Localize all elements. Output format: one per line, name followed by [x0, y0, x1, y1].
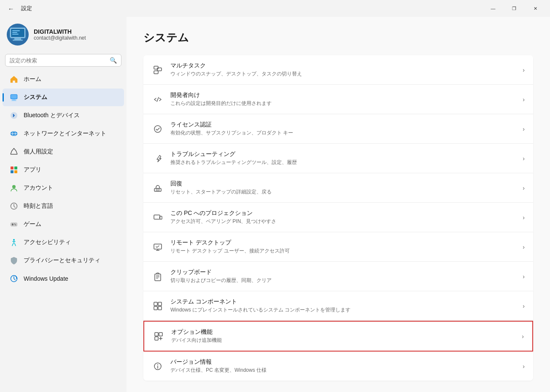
- accounts-icon: [9, 183, 19, 193]
- settings-item-components[interactable]: システム コンポーネント Windows にプレインストールされているシステム …: [143, 291, 533, 321]
- sidebar-item-home[interactable]: ホーム: [3, 70, 124, 88]
- search-input[interactable]: [10, 57, 107, 64]
- sidebar-item-bluetooth[interactable]: Bluetooth とデバイス: [3, 107, 124, 124]
- sidebar-item-gaming[interactable]: ゲーム: [3, 215, 124, 233]
- svg-rect-31: [154, 71, 158, 74]
- settings-item-remote[interactable]: リモート デスクトップ リモート デスクトップ ユーザー、接続アクセス許可 ›: [143, 232, 533, 262]
- sidebar-item-personalization-label: 個人用設定: [24, 148, 53, 156]
- profile[interactable]: DIGITALWITH contact@digitalwith.net: [0, 19, 127, 52]
- sidebar-item-bluetooth-label: Bluetooth とデバイス: [24, 112, 80, 119]
- remote-icon: [152, 241, 164, 253]
- sidebar-item-network[interactable]: ネットワークとインターネット: [3, 125, 124, 142]
- close-button[interactable]: ✕: [526, 2, 545, 15]
- sidebar: DIGITALWITH contact@digitalwith.net 🔍 ホー…: [0, 17, 127, 392]
- settings-item-license-desc: 有効化の状態、サブスクリプション、プロダクト キー: [170, 129, 516, 137]
- clipboard-icon: [152, 271, 164, 282]
- settings-item-developer[interactable]: 開発者向け これらの設定は開発目的だけに使用されます ›: [143, 85, 533, 114]
- settings-item-version[interactable]: バージョン情報 デバイス仕様、PC 名変更、Windows 仕様 ›: [143, 352, 533, 381]
- settings-item-troubleshoot-text: トラブルシューティング 推奨されるトラブルシューティングツール、設定、履歴: [170, 150, 516, 166]
- settings-item-projection-title: この PC へのプロジェクション: [170, 209, 516, 217]
- svg-rect-6: [12, 34, 19, 35]
- troubleshoot-icon: [152, 153, 164, 164]
- chevron-icon: ›: [523, 185, 525, 191]
- projection-icon: [152, 212, 164, 223]
- settings-item-projection[interactable]: この PC へのプロジェクション アクセス許可、ペアリング PIN、見つけやすさ…: [143, 203, 533, 232]
- settings-list: マルチタスク ウィンドウのスナップ、デスクトップ、タスクの切り替え › 開発者向…: [143, 55, 533, 381]
- back-button[interactable]: ←: [5, 3, 17, 14]
- app-body: DIGITALWITH contact@digitalwith.net 🔍 ホー…: [0, 17, 550, 392]
- svg-rect-51: [159, 333, 162, 336]
- time-icon: [9, 201, 19, 211]
- components-icon: [152, 300, 164, 312]
- chevron-icon: ›: [523, 244, 525, 250]
- search-box[interactable]: 🔍: [5, 54, 121, 67]
- sidebar-item-apps[interactable]: アプリ: [3, 161, 124, 179]
- sidebar-item-apps-label: アプリ: [24, 166, 41, 174]
- svg-rect-50: [155, 333, 158, 336]
- settings-item-optional[interactable]: オプション機能 デバイス向け追加機能 ›: [143, 321, 533, 352]
- sidebar-item-accounts[interactable]: アカウント: [3, 179, 124, 197]
- svg-rect-36: [154, 215, 160, 219]
- apps-icon: [9, 165, 19, 175]
- settings-item-developer-text: 開発者向け これらの設定は開発目的だけに使用されます: [170, 91, 516, 107]
- profile-name: DIGITALWITH: [34, 28, 86, 35]
- chevron-icon: ›: [523, 214, 525, 221]
- sidebar-item-privacy[interactable]: プライバシーとセキュリティ: [3, 252, 124, 269]
- sidebar-item-accessibility-label: アクセシビリティ: [24, 239, 71, 246]
- accessibility-icon: [9, 238, 19, 247]
- svg-rect-42: [155, 274, 161, 281]
- recovery-icon: [152, 182, 164, 194]
- network-icon: [9, 129, 19, 138]
- settings-item-license[interactable]: ライセンス認証 有効化の状態、サブスクリプション、プロダクト キー ›: [143, 114, 533, 144]
- sidebar-item-accounts-label: アカウント: [24, 184, 53, 192]
- settings-item-multitask-title: マルチタスク: [170, 62, 516, 70]
- titlebar: ← 設定 — ❐ ✕: [0, 0, 550, 17]
- settings-item-troubleshoot-title: トラブルシューティング: [170, 150, 516, 158]
- svg-rect-2: [13, 40, 23, 41]
- sidebar-item-update[interactable]: Windows Update: [3, 270, 124, 287]
- settings-item-recovery-text: 回復 リセット、スタートアップの詳細設定、戻る: [170, 180, 516, 196]
- settings-item-license-title: ライセンス認証: [170, 121, 516, 129]
- svg-rect-15: [11, 166, 13, 169]
- maximize-button[interactable]: ❐: [504, 2, 524, 15]
- minimize-button[interactable]: —: [483, 2, 503, 15]
- home-icon: [9, 75, 19, 84]
- sidebar-item-time[interactable]: 時刻と言語: [3, 197, 124, 215]
- svg-line-32: [157, 97, 159, 102]
- chevron-icon: ›: [523, 273, 525, 280]
- svg-rect-35: [156, 189, 159, 191]
- sidebar-item-system[interactable]: システム: [3, 89, 124, 106]
- sidebar-item-personalization[interactable]: 個人用設定: [3, 143, 124, 161]
- avatar: [7, 24, 29, 46]
- titlebar-controls: — ❐ ✕: [483, 2, 545, 15]
- settings-item-version-title: バージョン情報: [170, 358, 516, 366]
- privacy-icon: [9, 256, 19, 265]
- nav: ホーム システム: [0, 70, 127, 288]
- page-title: システム: [143, 30, 533, 45]
- chevron-icon: ›: [523, 303, 525, 309]
- settings-item-clipboard[interactable]: クリップボード 切り取りおよびコピーの履歴、同期、クリア ›: [143, 262, 533, 291]
- settings-item-optional-title: オプション機能: [171, 328, 515, 336]
- settings-item-recovery[interactable]: 回復 リセット、スタートアップの詳細設定、戻る ›: [143, 173, 533, 203]
- settings-item-troubleshoot[interactable]: トラブルシューティング 推奨されるトラブルシューティングツール、設定、履歴 ›: [143, 144, 533, 173]
- chevron-icon: ›: [523, 67, 525, 73]
- settings-item-clipboard-title: クリップボード: [170, 268, 516, 276]
- svg-rect-16: [14, 166, 17, 169]
- settings-item-license-text: ライセンス認証 有効化の状態、サブスクリプション、プロダクト キー: [170, 121, 516, 137]
- profile-info: DIGITALWITH contact@digitalwith.net: [34, 28, 86, 41]
- settings-item-projection-desc: アクセス許可、ペアリング PIN、見つけやすさ: [170, 218, 516, 225]
- svg-point-25: [15, 225, 16, 226]
- settings-item-multitask[interactable]: マルチタスク ウィンドウのスナップ、デスクトップ、タスクの切り替え ›: [143, 55, 533, 85]
- sidebar-item-update-label: Windows Update: [24, 275, 68, 282]
- svg-rect-21: [11, 223, 17, 226]
- svg-rect-5: [12, 32, 17, 33]
- titlebar-title: 設定: [21, 5, 32, 12]
- svg-rect-47: [158, 302, 162, 306]
- personalization-icon: [9, 147, 19, 156]
- settings-item-components-desc: Windows にプレインストールされているシステム コンポーネントを管理します: [170, 306, 516, 314]
- sidebar-item-accessibility[interactable]: アクセシビリティ: [3, 234, 124, 251]
- settings-item-remote-desc: リモート デスクトップ ユーザー、接続アクセス許可: [170, 247, 516, 255]
- settings-item-components-title: システム コンポーネント: [170, 298, 516, 306]
- settings-item-multitask-desc: ウィンドウのスナップ、デスクトップ、タスクの切り替え: [170, 70, 516, 78]
- svg-rect-48: [154, 306, 157, 310]
